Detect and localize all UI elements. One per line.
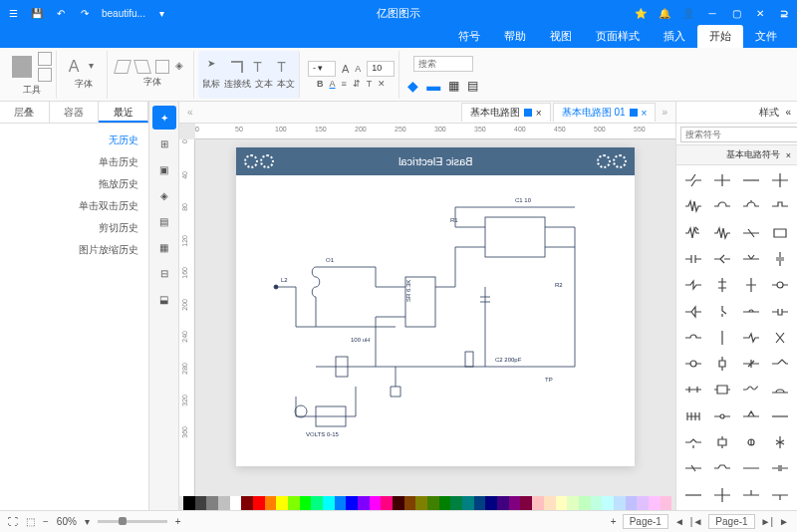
color-swatch[interactable] xyxy=(323,496,335,510)
user-icon[interactable]: 👤 xyxy=(681,6,695,20)
color-swatch[interactable] xyxy=(427,496,439,510)
electrical-symbol[interactable] xyxy=(737,193,766,219)
color-swatch[interactable] xyxy=(415,496,427,510)
tab-close-icon[interactable]: × xyxy=(642,108,648,119)
dropdown-icon[interactable]: ▾ xyxy=(155,6,169,20)
electrical-symbol[interactable] xyxy=(766,272,795,298)
page-nav-first[interactable]: |◄ xyxy=(690,516,703,527)
electrical-symbol[interactable] xyxy=(678,193,707,219)
table-tool[interactable]: ⊟ xyxy=(152,261,176,285)
color-swatch[interactable] xyxy=(195,496,207,510)
electrical-symbol[interactable] xyxy=(707,351,736,377)
color-swatch[interactable] xyxy=(556,496,568,510)
history-item[interactable]: 拖放历史 xyxy=(10,173,138,195)
color-swatch[interactable] xyxy=(485,496,497,510)
color-swatch[interactable] xyxy=(218,496,230,510)
menu-tab-start[interactable]: 开始 xyxy=(697,25,743,48)
color-swatch[interactable] xyxy=(532,496,544,510)
text-icon[interactable]: T xyxy=(249,58,267,76)
page-nav-right[interactable]: ► xyxy=(779,516,789,527)
cut-icon[interactable] xyxy=(38,52,52,66)
color-swatch[interactable] xyxy=(637,496,649,510)
color-swatch[interactable] xyxy=(253,496,265,510)
electrical-symbol[interactable] xyxy=(737,377,766,402)
pointer-tool[interactable]: ✦ xyxy=(152,106,176,130)
color-swatch[interactable] xyxy=(206,496,218,510)
align-icon[interactable]: ≡ xyxy=(342,79,347,89)
electrical-symbol[interactable] xyxy=(678,403,707,429)
electrical-symbol[interactable] xyxy=(766,167,795,193)
color-swatch[interactable] xyxy=(183,496,195,510)
undo-icon[interactable]: ↶ xyxy=(54,6,68,20)
electrical-symbol[interactable] xyxy=(678,351,707,377)
color-swatch[interactable] xyxy=(520,496,532,510)
minimize-icon[interactable]: ─ xyxy=(705,6,719,20)
arrange2-icon[interactable]: ▤ xyxy=(467,79,478,93)
page-tab[interactable]: Page-1 xyxy=(623,514,668,529)
color-swatch[interactable] xyxy=(579,496,591,510)
electrical-symbol[interactable] xyxy=(766,403,795,429)
note-tool[interactable]: ▤ xyxy=(152,209,176,233)
color-swatch[interactable] xyxy=(661,496,672,510)
electrical-symbol[interactable] xyxy=(678,246,707,272)
app-menu-icon[interactable]: ☰ xyxy=(6,6,20,20)
drawing-page[interactable]: Basic Electrical xyxy=(236,147,635,466)
menu-tab-insert[interactable]: 插入 xyxy=(652,25,697,48)
left-tab-layers[interactable]: 层叠 xyxy=(0,102,50,123)
color-swatch[interactable] xyxy=(602,496,614,510)
tabs-nav-right[interactable]: » xyxy=(658,107,671,118)
electrical-symbol[interactable] xyxy=(766,482,795,508)
font-family-select[interactable]: - ▾ xyxy=(308,61,336,77)
shape1-icon[interactable] xyxy=(114,60,132,74)
electrical-symbol[interactable] xyxy=(766,429,795,455)
electrical-symbol[interactable] xyxy=(678,299,707,325)
color-swatch[interactable] xyxy=(649,496,661,510)
color-swatch[interactable] xyxy=(404,496,416,510)
menu-tab-help[interactable]: 帮助 xyxy=(492,25,538,48)
electrical-symbol[interactable] xyxy=(737,455,766,481)
zoom-minus[interactable]: − xyxy=(43,516,49,527)
save-icon[interactable]: 💾 xyxy=(30,6,44,20)
electrical-symbol[interactable] xyxy=(678,325,707,351)
upgrade-icon[interactable]: ⭐ xyxy=(634,6,648,20)
close-icon[interactable]: ✕ xyxy=(753,6,767,20)
color-swatch[interactable] xyxy=(497,496,509,510)
color-swatch[interactable] xyxy=(241,496,253,510)
clipboard-tool[interactable]: ▦ xyxy=(152,235,176,259)
maximize-icon[interactable]: ▢ xyxy=(729,6,743,20)
spacing-icon[interactable]: ⇵ xyxy=(353,79,361,89)
electrical-symbol[interactable] xyxy=(707,482,736,508)
color-swatch[interactable] xyxy=(335,496,347,510)
electrical-symbol[interactable] xyxy=(766,455,795,481)
electrical-symbol[interactable] xyxy=(678,429,707,455)
electrical-symbol[interactable] xyxy=(678,482,707,508)
menu-tab-view[interactable]: 视图 xyxy=(538,25,584,48)
electrical-symbol[interactable] xyxy=(737,246,766,272)
page-nav-left[interactable]: ◄ xyxy=(674,516,684,527)
electrical-symbol[interactable] xyxy=(737,299,766,325)
electrical-symbol[interactable] xyxy=(766,220,795,246)
electrical-symbol[interactable] xyxy=(737,272,766,298)
electrical-symbol[interactable] xyxy=(737,325,766,351)
tab-close-icon[interactable]: × xyxy=(536,108,542,119)
page-nav-last[interactable]: ►| xyxy=(761,516,774,527)
electrical-symbol[interactable] xyxy=(707,167,736,193)
color-swatch[interactable] xyxy=(626,496,638,510)
underline-color-icon[interactable]: A xyxy=(330,79,336,89)
redo-icon[interactable]: ↷ xyxy=(78,6,92,20)
symbol-search-input[interactable] xyxy=(680,127,797,142)
color-swatch[interactable] xyxy=(509,496,521,510)
electrical-symbol[interactable] xyxy=(766,351,795,377)
shape3-icon[interactable] xyxy=(155,60,169,74)
electrical-symbol[interactable] xyxy=(678,377,707,402)
page-select[interactable]: Page-1 xyxy=(708,514,754,529)
electrical-symbol[interactable] xyxy=(766,299,795,325)
zoom-plus[interactable]: + xyxy=(175,516,181,527)
electrical-symbol[interactable] xyxy=(766,193,795,219)
clear-icon[interactable]: ✕ xyxy=(378,79,386,89)
electrical-symbol[interactable] xyxy=(707,220,736,246)
font-dropdown-icon[interactable]: ▾ xyxy=(89,60,103,74)
electrical-symbol[interactable] xyxy=(678,455,707,481)
color-swatch[interactable] xyxy=(439,496,451,510)
image-tool[interactable]: ▣ xyxy=(152,157,176,181)
